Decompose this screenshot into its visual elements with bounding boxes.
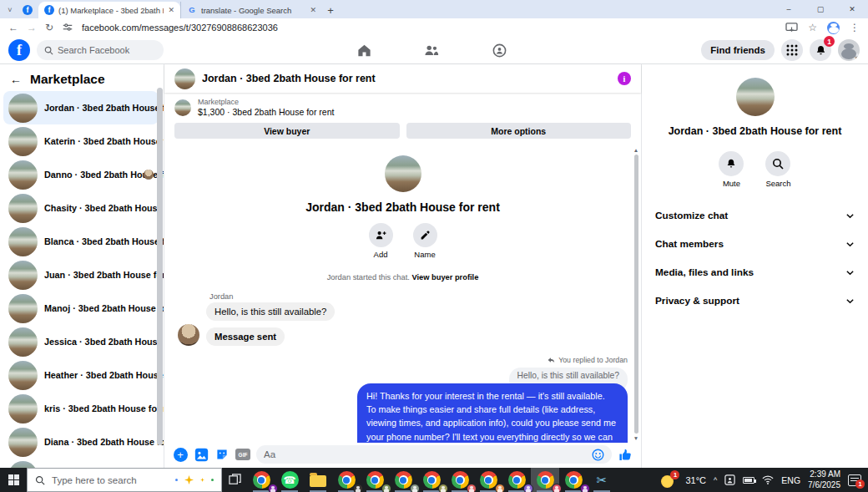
apps-menu-button[interactable]	[781, 39, 803, 61]
emoji-picker-icon[interactable]	[592, 449, 604, 461]
taskbar-app-chrome-profile-red[interactable]	[446, 468, 474, 492]
window-maximize-button[interactable]: ▢	[805, 0, 836, 18]
url-bar[interactable]: facebook.com/messages/t/3027690886862303…	[82, 23, 777, 33]
back-arrow-icon[interactable]: ←	[10, 73, 22, 86]
wifi-icon[interactable]	[762, 475, 774, 484]
taskbar-app-chrome-active[interactable]	[531, 468, 559, 492]
gif-icon[interactable]: GIF	[235, 449, 250, 460]
sticker-icon[interactable]	[214, 447, 230, 462]
notifications-button[interactable]: 1	[810, 39, 831, 61]
sender-avatar[interactable]	[178, 324, 199, 346]
tab-close-icon[interactable]: ✕	[310, 6, 316, 14]
chat-scrollbar[interactable]: ▲ ▼	[631, 145, 641, 443]
scroll-down-icon[interactable]: ▼	[633, 435, 638, 441]
facebook-logo[interactable]: f	[8, 39, 30, 61]
friends-icon[interactable]	[421, 41, 442, 61]
account-avatar[interactable]: ˅	[838, 39, 860, 61]
mute-button[interactable]: Mute	[719, 151, 744, 188]
groups-icon[interactable]	[489, 41, 509, 61]
conversation-item-tony[interactable]: Tony · 3bed 2bath House for rent	[3, 459, 159, 468]
conversation-item-katerin[interactable]: Katerin · 3bed 2bath House for r...You: …	[3, 124, 159, 158]
message-input[interactable]	[264, 449, 587, 459]
conversation-item-jordan[interactable]: Jordan · 3bed 2bath House for r...Jordan…	[3, 91, 159, 124]
tab-search-chevron-icon[interactable]: ˅	[3, 2, 17, 18]
taskbar-app-whatsapp[interactable]: ☎	[275, 468, 304, 492]
find-friends-button[interactable]: Find friends	[701, 40, 775, 60]
taskbar-app-chrome-profile-violet[interactable]	[502, 468, 531, 492]
conversation-item-blanca[interactable]: Blanca · 3bed 2bath House for r...You: ?…	[3, 225, 159, 258]
send-to-device-icon[interactable]	[785, 23, 798, 33]
taskbar-app-file-explorer[interactable]	[304, 468, 332, 492]
taskbar-app-chrome-profile-j[interactable]	[247, 468, 275, 492]
browser-tab[interactable]: G translate - Google Search ✕	[180, 2, 322, 18]
scrollbar-thumb[interactable]	[634, 155, 638, 434]
conversation-item-heather[interactable]: Heather · 3bed 2bath House for ...You: H…	[3, 358, 159, 392]
details-avatar[interactable]	[736, 78, 775, 116]
section-customize-chat[interactable]: Customize chat	[642, 201, 868, 230]
view-buyer-button[interactable]: View buyer	[174, 123, 400, 139]
photo-icon[interactable]	[194, 447, 209, 462]
view-buyer-profile-link[interactable]: View buyer profile	[411, 273, 478, 282]
reload-button[interactable]: ↻	[45, 22, 53, 33]
taskbar-search[interactable]: Type here to search	[27, 468, 222, 492]
pinned-facebook-tab[interactable]: f	[17, 2, 38, 18]
chat-title[interactable]: Jordan · 3bed 2bath House for rent	[202, 73, 611, 84]
incoming-message[interactable]: Message sent	[206, 327, 285, 346]
forward-button[interactable]: →	[27, 22, 37, 33]
message-input-wrap[interactable]	[256, 445, 612, 464]
window-close-button[interactable]: ✕	[836, 0, 868, 18]
home-icon[interactable]	[354, 41, 374, 61]
taskbar-app-chrome-profile-olive[interactable]	[417, 468, 446, 492]
section-media-files-links[interactable]: Media, files and links	[642, 258, 868, 287]
section-privacy-support[interactable]: Privacy & support	[642, 287, 868, 315]
clock[interactable]: 2:39 AM 7/6/2025	[808, 469, 840, 490]
browser-menu-icon[interactable]: ⋮	[850, 22, 860, 33]
chat-avatar[interactable]	[174, 68, 195, 89]
window-minimize-button[interactable]: –	[773, 0, 805, 18]
conversation-item-manoj[interactable]: Manoj · 3bed 2bath House for r...You: Hi…	[3, 292, 159, 325]
conversation-item-danno[interactable]: Danno · 3bed 2bath House fo...You: thank…	[3, 158, 159, 191]
attach-plus-icon[interactable]: +	[174, 448, 188, 462]
scroll-up-icon[interactable]: ▲	[633, 147, 638, 153]
conversation-item-kris[interactable]: kris · 3bed 2bath House for rentYou: ¡Ho…	[3, 392, 159, 425]
taskbar-app-snipping-tool[interactable]: ✂	[588, 468, 616, 492]
conversation-item-chasity[interactable]: Chasity · 3bed 2bath House for r...You: …	[3, 191, 159, 225]
teams-tray-icon[interactable]	[724, 474, 735, 485]
taskbar-app-chrome-profile-sage[interactable]	[389, 468, 417, 492]
browser-profile-avatar[interactable]	[827, 22, 840, 34]
outgoing-message[interactable]: Hi! Thanks for your interest in the rent…	[357, 383, 628, 443]
taskbar-app-chrome-profile-purple2[interactable]	[559, 468, 588, 492]
tray-expand-icon[interactable]: ^	[714, 476, 717, 484]
conversation-item-juan[interactable]: Juan · 3bed 2bath House for rentYou: Hi!…	[3, 258, 159, 292]
thumbs-up-icon[interactable]	[618, 447, 633, 462]
edit-name-button[interactable]: Name	[413, 223, 437, 259]
start-button[interactable]	[0, 468, 27, 492]
taskbar-app-chrome-profile-orange[interactable]	[474, 468, 502, 492]
weather-widget[interactable]: 1	[661, 473, 678, 488]
taskbar-app-chrome-profile-green[interactable]	[361, 468, 389, 492]
battery-icon[interactable]	[743, 477, 754, 484]
task-view-button[interactable]	[222, 468, 247, 492]
list-scrollbar[interactable]	[157, 88, 163, 445]
browser-tab-active[interactable]: f (1) Marketplace - 3bed 2bath H ✕	[38, 2, 180, 18]
action-center-icon[interactable]: 1	[848, 474, 861, 486]
tab-close-icon[interactable]: ✕	[168, 6, 174, 14]
add-people-button[interactable]: Add	[369, 223, 393, 259]
back-button[interactable]: ←	[8, 22, 18, 33]
search-input[interactable]	[58, 45, 149, 55]
conversation-item-jessica[interactable]: Jessica · 3bed 2bath House for r...You: …	[3, 325, 159, 358]
site-info-icon[interactable]	[62, 22, 73, 33]
language-indicator[interactable]: ENG	[781, 475, 800, 485]
conversation-info-icon[interactable]: i	[618, 72, 631, 85]
more-options-button[interactable]: More options	[406, 123, 632, 139]
bookmark-star-icon[interactable]: ☆	[808, 22, 817, 33]
section-chat-members[interactable]: Chat members	[642, 230, 868, 258]
incoming-message[interactable]: Hello, is this still available?	[206, 302, 335, 321]
conversation-item-diana[interactable]: Diana · 3bed 2bath House for rentYou: Hi…	[3, 425, 159, 459]
facebook-search[interactable]	[37, 40, 164, 60]
conversation-profile-avatar[interactable]	[385, 155, 421, 192]
new-tab-button[interactable]: +	[322, 2, 339, 18]
search-conversation-button[interactable]: Search	[765, 151, 790, 188]
temperature-label[interactable]: 31°C	[685, 475, 706, 485]
taskbar-app-chrome-profile-black[interactable]	[332, 468, 361, 492]
